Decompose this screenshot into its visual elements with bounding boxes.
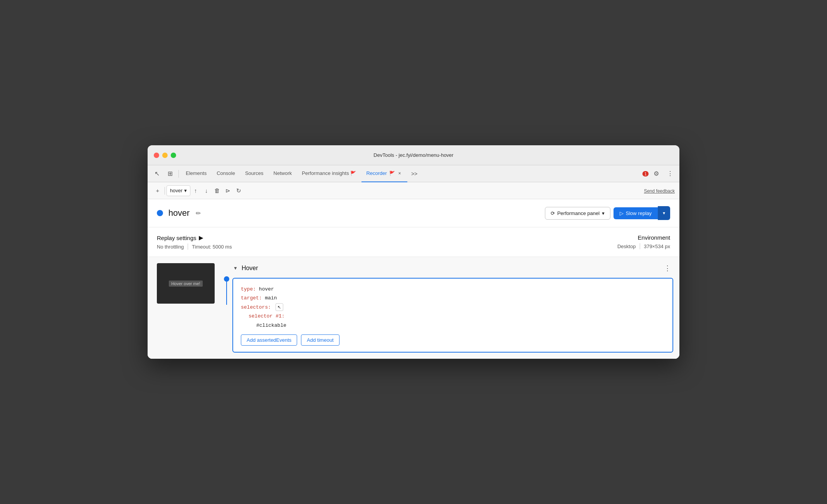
more-options-button[interactable]: ⋮ [664,168,676,180]
slow-replay-group: ▷ Slow replay ▾ [614,206,670,220]
performance-panel-button[interactable]: ⟳ Performance panel ▾ [545,207,610,220]
error-badge: 1 [642,171,649,176]
play-icon: ▷ [620,210,624,216]
replay-settings-toggle[interactable]: Replay settings ▶ [157,234,232,241]
tab-divider [178,170,179,178]
steps-area: Hover over me! ▼ Hover ⋮ [148,257,679,359]
more-vert-icon: ⋮ [664,264,671,272]
step-more-options-button[interactable]: ⋮ [662,263,673,273]
download-icon: ↓ [205,187,208,194]
step-dot [224,276,229,282]
code-line-selectors: selectors: ↖ [241,303,665,312]
step-thumbnail: Hover over me! [157,263,215,304]
selector1-value: #clickable [256,323,286,328]
step-header: ▼ Hover ⋮ [232,263,673,273]
toolbar: + hover ▾ ↑ ↓ 🗑 ⊳ ↻ Send feedback [148,182,679,199]
performance-insights-icon: 🚩 [350,171,356,176]
tab-console[interactable]: Console [212,165,240,182]
selector-picker-button[interactable]: ↖ [276,303,283,311]
chevron-down-icon: ▾ [663,210,665,216]
environment-info: Desktop 379×534 px [617,243,670,249]
settings-expand-icon: ▶ [199,234,203,241]
cursor-icon-button[interactable]: ↖ [151,168,163,180]
perf-panel-label: Performance panel [557,210,600,216]
settings-section: Replay settings ▶ No throttling Timeout:… [148,227,679,257]
step-content: ▼ Hover ⋮ type: hover [232,257,679,359]
slow-replay-dropdown-button[interactable]: ▾ [658,206,670,220]
tab-recorder-close[interactable]: × [397,170,403,176]
code-block: type: hover target: main selectors: ↖ [232,278,673,353]
close-button[interactable] [154,153,159,158]
maximize-button[interactable] [171,153,176,158]
code-line-selector1: selector #1: [249,312,665,321]
cursor-icon: ↖ [155,170,160,177]
replay-settings-label: Replay settings [157,235,197,241]
window-title: DevTools - jec.fyi/demo/menu-hover [373,152,453,158]
step-row-hover: Hover over me! ▼ Hover ⋮ [148,257,679,359]
collapse-icon: ▼ [233,265,238,271]
delete-button[interactable]: 🗑 [212,185,223,196]
play-step-icon: ⊳ [225,187,230,194]
desktop-label: Desktop [617,244,636,249]
window-controls [154,153,176,158]
add-recording-button[interactable]: + [152,185,163,196]
layers-icon-button[interactable]: ⊞ [164,168,176,180]
add-timeout-button[interactable]: Add timeout [301,334,339,346]
recording-status-dot [157,210,163,216]
add-icon: + [156,187,160,194]
step-connector [224,257,229,305]
code-line-target: target: main [241,294,665,302]
tab-performance-insights[interactable]: Performance insights 🚩 [297,165,361,182]
settings-icon-button[interactable]: ⚙ [650,168,662,180]
target-value: main [265,295,277,301]
env-divider [640,243,640,249]
tab-network[interactable]: Network [269,165,297,182]
toolbar-divider [165,187,165,195]
settings-info: No throttling Timeout: 5000 ms [157,244,232,250]
target-key: target: [241,295,262,301]
import-button[interactable]: ↓ [201,185,212,196]
code-line-type: type: hover [241,285,665,294]
devtools-window: DevTools - jec.fyi/demo/menu-hover ↖ ⊞ E… [148,145,679,359]
recording-title: hover [168,208,190,218]
selectors-key: selectors: [241,304,271,310]
recording-selector[interactable]: hover ▾ [166,185,190,196]
timeout-label: Timeout: 5000 ms [192,244,232,250]
settings-right: Environment Desktop 379×534 px [617,234,670,250]
add-asserted-events-button[interactable]: Add assertedEvents [241,334,297,346]
edit-title-button[interactable]: ✏ [193,209,203,218]
minimize-button[interactable] [162,153,168,158]
tabbar-right: 1 ⚙ ⋮ [641,168,676,180]
slow-replay-button[interactable]: ▷ Slow replay [614,207,658,219]
tabbar: ↖ ⊞ Elements Console Sources Network Per… [148,165,679,182]
more-tabs-button[interactable]: >> [408,171,420,177]
code-actions: Add assertedEvents Add timeout [241,334,665,346]
delete-icon: 🗑 [214,187,220,194]
recording-actions: ⟳ Performance panel ▾ ▷ Slow replay ▾ [545,206,670,220]
play-step-button[interactable]: ⊳ [223,185,234,196]
settings-left: Replay settings ▶ No throttling Timeout:… [157,234,232,250]
upload-icon: ↑ [194,187,197,194]
send-feedback-button[interactable]: Send feedback [644,188,675,194]
recorder-icon: 🚩 [389,171,395,176]
step-collapse-button[interactable]: ▼ [232,265,239,272]
titlebar: DevTools - jec.fyi/demo/menu-hover [148,145,679,165]
dimensions-label: 379×534 px [644,244,670,249]
type-value: hover [259,286,274,292]
recording-name: hover [170,188,183,193]
tab-recorder[interactable]: Recorder 🚩 × [361,165,407,182]
tab-elements[interactable]: Elements [181,165,211,182]
perf-panel-dropdown-icon: ▾ [602,210,605,216]
layers-icon: ⊞ [168,170,173,177]
recording-header: hover ✏ ⟳ Performance panel ▾ ▷ Slow rep… [148,199,679,227]
slow-replay-label: Slow replay [626,210,652,216]
environment-label: Environment [617,234,670,241]
thumbnail-text: Hover over me! [169,281,202,287]
code-line-selector1-value: #clickable [256,321,665,330]
edit-icon: ✏ [196,210,201,217]
more-vert-icon: ⋮ [667,170,673,177]
tab-sources[interactable]: Sources [240,165,268,182]
selector1-key: selector #1: [249,313,285,319]
replay-button[interactable]: ↻ [234,185,244,196]
export-button[interactable]: ↑ [190,185,201,196]
